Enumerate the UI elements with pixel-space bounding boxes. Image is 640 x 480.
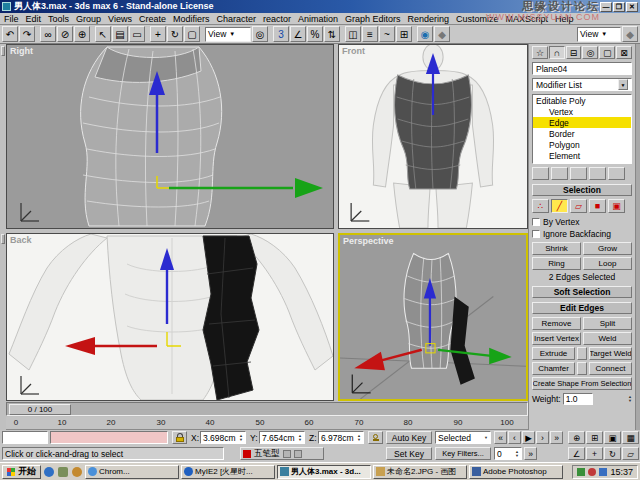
maxscript-mini-listener-pink[interactable]	[50, 431, 168, 444]
tray-ime-icon[interactable]	[588, 468, 596, 476]
menu-tools[interactable]: Tools	[48, 14, 69, 24]
key-filters-button[interactable]: Key Filters...	[435, 447, 491, 460]
pan-icon[interactable]: +	[586, 447, 603, 460]
key-mode-toggle[interactable]	[368, 431, 383, 444]
viewport-right[interactable]: Right	[6, 44, 334, 229]
selection-lock-toggle[interactable]	[172, 431, 187, 444]
angle-snap-icon[interactable]: ∠	[290, 26, 306, 42]
start-button[interactable]: 开始	[2, 465, 41, 479]
menu-animation[interactable]: Animation	[298, 14, 338, 24]
maximize-button[interactable]: ❐	[613, 2, 625, 12]
element-subobject-icon[interactable]: ▣	[608, 199, 625, 213]
quick-render-icon[interactable]: ◆	[622, 26, 638, 42]
reference-coordinate-dropdown[interactable]: View ▼	[205, 27, 251, 42]
x-spinner[interactable]: ▲▼	[239, 434, 243, 442]
ime-toolbar[interactable]: 五笔型	[240, 447, 324, 460]
remove-modifier-icon[interactable]	[589, 167, 606, 180]
weight-spinner[interactable]: ▲▼	[628, 395, 632, 403]
target-weld-button[interactable]: Target Weld	[589, 347, 632, 360]
stack-item-vertex[interactable]: Vertex	[533, 106, 631, 117]
zoom-icon[interactable]: ⊕	[568, 431, 585, 444]
time-slider-handle[interactable]: 0 / 100	[9, 404, 71, 415]
tab-display-icon[interactable]: ▢	[599, 46, 615, 59]
zoom-extents-all-icon[interactable]: ▦	[622, 431, 639, 444]
tab-hierarchy-icon[interactable]: ⊟	[566, 46, 582, 59]
menu-maxscript[interactable]: MAXScript	[506, 14, 549, 24]
shrink-button[interactable]: Shrink	[532, 242, 581, 255]
auto-key-button[interactable]: Auto Key	[386, 431, 432, 444]
spinner-snap-icon[interactable]: ⇅	[324, 26, 340, 42]
border-subobject-icon[interactable]: ▱	[570, 199, 587, 213]
quick-launch-browser-icon[interactable]	[43, 466, 55, 478]
menu-customize[interactable]: Customize	[456, 14, 499, 24]
bind-to-space-warp-icon[interactable]: ⊕	[74, 26, 90, 42]
create-shape-button[interactable]: Create Shape From Selection	[532, 377, 632, 390]
percent-snap-icon[interactable]: %	[307, 26, 323, 42]
tab-motion-icon[interactable]: ◎	[582, 46, 598, 59]
y-spinner[interactable]: ▲▼	[298, 434, 302, 442]
vertex-subobject-icon[interactable]: ∴	[532, 199, 549, 213]
loop-button[interactable]: Loop	[583, 257, 632, 270]
back-view-canvas[interactable]	[7, 234, 333, 400]
pin-stack-icon[interactable]	[532, 167, 549, 180]
show-end-result-icon[interactable]	[551, 167, 568, 180]
ime-keyboard-icon[interactable]	[283, 450, 291, 458]
use-pivot-center-icon[interactable]: ◎	[252, 26, 268, 42]
zoom-all-icon[interactable]: ⊞	[586, 431, 603, 444]
stack-item-element[interactable]: Element	[533, 150, 631, 161]
select-and-scale-icon[interactable]: ▢	[184, 26, 200, 42]
split-button[interactable]: Split	[583, 317, 632, 330]
by-vertex-checkbox[interactable]	[532, 218, 540, 226]
menu-rendering[interactable]: Rendering	[408, 14, 450, 24]
next-frame-button[interactable]: ›	[536, 431, 549, 444]
menu-create[interactable]: Create	[139, 14, 166, 24]
taskbar-task-3dsmax[interactable]: 男人体3.max - 3d...	[277, 465, 371, 479]
menu-graph-editors[interactable]: Graph Editors	[345, 14, 401, 24]
arc-rotate-icon[interactable]: ↻	[604, 447, 621, 460]
menu-modifiers[interactable]: Modifiers	[173, 14, 210, 24]
viewport-right-label[interactable]: Right	[10, 46, 33, 56]
go-to-start-button[interactable]: «	[494, 431, 507, 444]
weight-field[interactable]: 1.0	[563, 393, 593, 405]
select-by-name-icon[interactable]: ▤	[112, 26, 128, 42]
viewport-perspective[interactable]: Perspective	[338, 233, 528, 401]
front-view-canvas[interactable]	[339, 45, 527, 228]
viewport-front-label[interactable]: Front	[342, 46, 365, 56]
menu-help[interactable]: Help	[555, 14, 574, 24]
zoom-extents-icon[interactable]: ▣	[604, 431, 621, 444]
redo-icon[interactable]: ↷	[19, 26, 35, 42]
time-slider-track[interactable]: 0 / 100	[6, 402, 528, 416]
configure-modifier-sets-icon[interactable]	[608, 167, 625, 180]
select-and-link-icon[interactable]: ∞	[40, 26, 56, 42]
stack-item-editable-poly[interactable]: Editable Poly	[533, 95, 631, 106]
perspective-view-canvas[interactable]	[340, 235, 526, 399]
edit-edges-rollout-header[interactable]: Edit Edges	[532, 302, 632, 314]
align-icon[interactable]: ≡	[362, 26, 378, 42]
stack-item-edge[interactable]: Edge	[533, 117, 631, 128]
snap-toggle-icon[interactable]: 3	[273, 26, 289, 42]
tray-antivirus-icon[interactable]	[577, 468, 585, 476]
select-and-rotate-icon[interactable]: ↻	[167, 26, 183, 42]
ime-settings-icon[interactable]	[294, 450, 302, 458]
material-editor-icon[interactable]: ◉	[417, 26, 433, 42]
viewport-front[interactable]: Front	[338, 44, 528, 229]
chevron-down-icon[interactable]: ▼	[618, 79, 628, 90]
right-view-canvas[interactable]	[7, 45, 333, 228]
previous-frame-button[interactable]: ‹	[508, 431, 521, 444]
tab-modify-icon[interactable]: ∩	[549, 46, 565, 59]
frame-spinner[interactable]: ▲▼	[515, 450, 519, 458]
viewport-perspective-label[interactable]: Perspective	[343, 236, 394, 246]
taskbar-task-chrome[interactable]: Chrom...	[85, 465, 179, 479]
menu-group[interactable]: Group	[76, 14, 101, 24]
track-bar[interactable]: 0 10 20 30 40 50 60 70 80 90 100	[6, 417, 528, 430]
soft-selection-rollout-header[interactable]: Soft Selection	[532, 286, 632, 298]
curve-editor-icon[interactable]: ~	[379, 26, 395, 42]
make-unique-icon[interactable]	[570, 167, 587, 180]
modifier-list-dropdown[interactable]: Modifier List ▼	[532, 78, 632, 91]
ignore-backfacing-checkbox[interactable]	[532, 230, 540, 238]
go-to-end-button[interactable]: »	[550, 431, 563, 444]
tab-utilities-icon[interactable]: ⊠	[616, 46, 632, 59]
current-frame-field[interactable]: 0 ▲▼	[494, 447, 522, 460]
extrude-button[interactable]: Extrude	[532, 347, 575, 360]
edge-subobject-icon[interactable]: ╱	[551, 199, 568, 213]
